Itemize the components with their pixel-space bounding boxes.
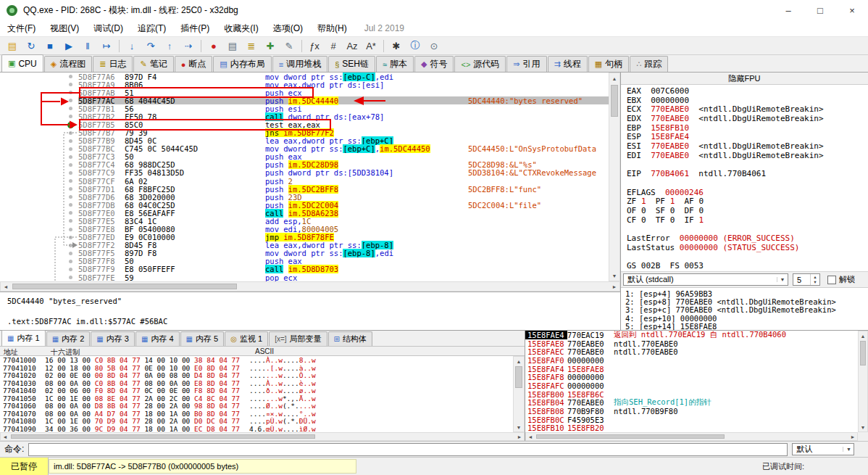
gutter-dot[interactable] [69, 147, 72, 151]
gutter-dot[interactable] [69, 91, 72, 94]
register-line[interactable]: OF 0 SF 0 DF 0 [627, 206, 868, 215]
tab-symbols[interactable]: ◆符号 [414, 56, 454, 72]
register-line[interactable]: GS 002B FS 0053 [627, 261, 868, 270]
breakpoint-gutter[interactable] [0, 80, 78, 88]
disasm-row[interactable]: 5D8F77F5897D F8mov dword ptr ss:[ebp-8],… [0, 249, 609, 257]
clock-icon[interactable]: ⊙ [425, 38, 443, 54]
tab-seh[interactable]: §SEH链 [328, 56, 375, 72]
stop-icon[interactable]: ■ [41, 38, 59, 54]
gutter-dot[interactable] [69, 187, 72, 191]
scroll-up-icon[interactable]: ▲ [859, 331, 867, 340]
hash-icon[interactable]: # [325, 38, 342, 54]
scroll-left-icon[interactable]: ◄ [1, 433, 9, 440]
disasm-row[interactable]: 5D8F77B2FF50 78call dword ptr ds:[eax+78… [0, 112, 609, 120]
register-line[interactable]: EIP 770B4061 ntdll.770B4061 [627, 169, 868, 178]
menu-item-1[interactable]: 视图(V) [43, 20, 86, 36]
menu-item-2[interactable]: 调试(D) [86, 20, 130, 36]
register-line[interactable]: LastError 00000000 (ERROR_SUCCESS) [627, 234, 868, 243]
register-line[interactable]: ESI 770EABE0 <ntdll.DbgUiRemoteBreakin> [627, 141, 868, 151]
dump-row[interactable]: 7704100016 00 13 00 C0 8B 04 77 14 00 10… [0, 356, 513, 364]
breakpoint-gutter[interactable] [0, 153, 78, 161]
gutter-dot[interactable] [69, 107, 72, 110]
menu-item-5[interactable]: 收藏夹(I) [217, 20, 265, 36]
gutter-dot[interactable] [69, 195, 72, 199]
disasm-vscroll-thumb[interactable] [611, 85, 618, 117]
disasm-hscrollbar[interactable]: ◄ ► [0, 281, 620, 292]
breakpoint-dot[interactable] [67, 122, 74, 128]
memory-map-icon[interactable]: ▤ [224, 38, 241, 54]
breakpoint-gutter[interactable] [0, 145, 78, 153]
breakpoint-gutter[interactable] [0, 129, 78, 137]
dump-vscroll-thumb[interactable] [515, 366, 522, 388]
register-line[interactable] [627, 252, 868, 261]
dump-row[interactable]: 770410801C 00 1E 00 70 D9 04 77 28 00 2A… [0, 417, 513, 425]
dump-row[interactable]: 7704107008 00 0A 00 A4 D7 04 77 18 00 1A… [0, 410, 513, 418]
breakpoint-gutter[interactable] [0, 257, 78, 265]
scroll-up-icon[interactable]: ▲ [514, 357, 524, 365]
stack-row[interactable]: 15E8FAF800000000 [525, 373, 858, 381]
gutter-dot[interactable] [69, 115, 72, 118]
scroll-down-icon[interactable]: ▼ [514, 423, 524, 431]
open-file-icon[interactable]: ▤ [4, 38, 21, 54]
menu-item-4[interactable]: 插件(P) [173, 20, 217, 36]
stack-row[interactable]: 15E8FAF415E8FAE8 [525, 365, 858, 373]
breakpoint-gutter[interactable] [0, 112, 78, 120]
memtab-locals[interactable]: [x=]局部变量 [269, 331, 327, 346]
disasm-row[interactable]: 5D8F77B779 39jns im.5D8F77F2 [0, 129, 609, 137]
patches-icon[interactable]: ✚ [262, 38, 279, 54]
tab-cpu[interactable]: ▣CPU [1, 54, 43, 72]
scroll-left-icon[interactable]: ◄ [526, 433, 535, 440]
disasm-row[interactable]: 5D8F77C9FF35 04813D5Dpush dword ptr ds:[… [0, 169, 609, 177]
register-line[interactable]: EBX 00000000 [627, 96, 868, 105]
memtab-dump1[interactable]: ▦内存 1 [1, 330, 46, 346]
breakpoint-gutter[interactable] [0, 137, 78, 145]
gutter-dot[interactable] [69, 163, 72, 167]
breakpoint-gutter[interactable] [0, 161, 78, 169]
run-to-user-icon[interactable]: ↦ [98, 38, 115, 54]
stack-hscrollbar[interactable]: ◄ ► [525, 432, 858, 441]
settings-icon[interactable]: ✱ [388, 38, 405, 54]
register-line[interactable]: EBP 15E8FB10 [627, 123, 868, 133]
register-line[interactable]: LastStatus 00000000 (STATUS_SUCCESS) [627, 243, 868, 252]
dump-row[interactable]: 7704101012 00 18 00 80 5B 04 77 0E 00 10… [0, 364, 513, 372]
menu-item-7[interactable]: 帮助(H) [310, 20, 354, 36]
dump-hscrollbar[interactable]: ◄ ► [0, 432, 525, 441]
gutter-dot[interactable] [69, 99, 72, 102]
dump-row[interactable]: 770410501C 00 1E 00 08 8E 04 77 2A 00 2C… [0, 395, 513, 402]
scroll-down-icon[interactable]: ▼ [609, 270, 619, 281]
dump-row[interactable]: 7704103008 00 0A 00 C0 8B 04 77 08 00 0A… [0, 379, 513, 387]
stack-row[interactable]: 15E8FAF000000000 [525, 356, 858, 365]
close-button[interactable]: × [836, 0, 868, 20]
breakpoint-gutter[interactable] [0, 185, 78, 193]
disassembly-view[interactable]: 5D8F77A6897D F4mov dword ptr ss:[ebp-C],… [0, 73, 609, 281]
gutter-dot[interactable] [69, 268, 72, 271]
step-over-icon[interactable]: ↷ [142, 38, 159, 54]
gutter-dot[interactable] [69, 83, 72, 86]
disasm-row[interactable]: 5D8F77B98D45 0Clea eax,dword ptr ss:[ebp… [0, 137, 609, 145]
stack-row[interactable]: 15E8FB0CF45905E3 [525, 416, 858, 424]
tab-notes[interactable]: ✎笔记 [133, 56, 173, 72]
dump-row[interactable]: 7704106008 00 0A 00 D8 8B 04 77 28 00 2A… [0, 402, 513, 410]
skip-icon[interactable]: ⇢ [180, 38, 197, 54]
scroll-down-icon[interactable]: ▼ [859, 423, 867, 431]
gutter-dot[interactable] [69, 260, 72, 263]
memtab-dump4[interactable]: ▦内存 4 [135, 331, 180, 346]
breakpoint-gutter[interactable] [0, 193, 78, 201]
breakpoint-gutter[interactable] [0, 234, 78, 241]
breakpoint-gutter[interactable] [0, 104, 78, 112]
disasm-row[interactable]: 5D8F77CF6A 02push 2 [0, 177, 609, 185]
register-line[interactable]: ECX 770EABE0 <ntdll.DbgUiRemoteBreakin> [627, 104, 868, 114]
gutter-dot[interactable] [69, 179, 72, 183]
register-line[interactable] [627, 224, 868, 234]
tab-breakpoints[interactable]: ●断点 [175, 56, 213, 72]
memory-dump-view[interactable]: 7704100016 00 13 00 C0 8B 04 77 14 00 10… [0, 356, 513, 432]
stack-vscrollbar[interactable]: ▲ ▼ [858, 331, 868, 432]
arguments-view[interactable]: 1: [esp+4] 96A59BB32: [esp+8] 770EABE0 <… [621, 287, 868, 330]
memtab-watch1[interactable]: ◎监视 1 [225, 331, 268, 346]
gutter-dot[interactable] [69, 252, 72, 255]
maximize-button[interactable]: □ [804, 0, 836, 20]
disasm-row[interactable]: 5D8F77DB68 04C0C25Dpush im.5DC2C0045DC2C… [0, 201, 609, 209]
disasm-row[interactable]: 5D8F77A6897D F4mov dword ptr ss:[ebp-C],… [0, 73, 609, 80]
register-line[interactable]: EFLAGS 00000246 [627, 188, 868, 197]
memtab-dump2[interactable]: ▦内存 2 [46, 331, 91, 346]
